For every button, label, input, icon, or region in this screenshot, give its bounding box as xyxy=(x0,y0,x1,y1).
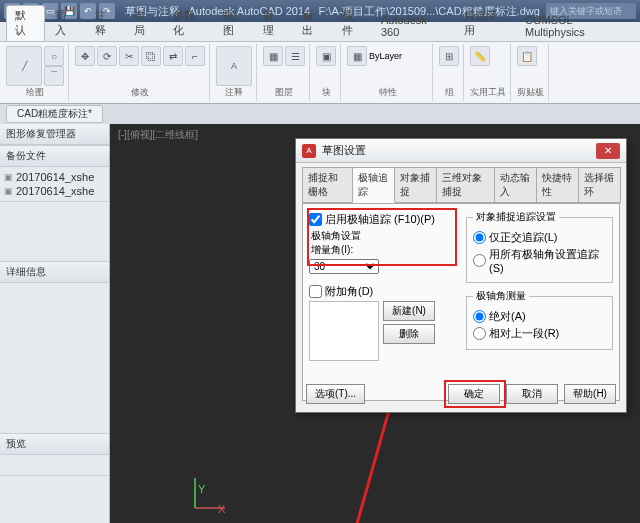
tab-snap[interactable]: 捕捉和栅格 xyxy=(302,167,353,203)
ribbon: ╱○⌒绘图 ✥⟳✂⿻⇄⌐修改 A注释 ▦☰图层 ▣块 ▦ByLayer特性 ⊞组… xyxy=(0,42,640,104)
group-props: 特性 xyxy=(347,86,428,99)
tab-output[interactable]: 输出 xyxy=(294,6,331,41)
group-modify: 修改 xyxy=(75,86,205,99)
file-tab-active[interactable]: CAD粗糙度标注* xyxy=(6,105,103,123)
additional-angles-checkbox[interactable]: 附加角(D) xyxy=(309,284,456,299)
autocad-icon: A xyxy=(302,144,316,158)
group-block: 块 xyxy=(316,86,336,99)
backup-file[interactable]: 20170614_xshe xyxy=(4,170,105,184)
options-button[interactable]: 选项(T)... xyxy=(306,384,365,404)
drafting-settings-dialog: A 草图设置 ✕ 捕捉和栅格 极轴追踪 对象捕捉 三维对象捕捉 动态输入 快捷特… xyxy=(295,138,627,413)
group-icon[interactable]: ⊞ xyxy=(439,46,459,66)
tab-3dosnap[interactable]: 三维对象捕捉 xyxy=(436,167,495,203)
panel-recovery: 图形修复管理器 xyxy=(0,124,109,145)
tab-osnap[interactable]: 对象捕捉 xyxy=(394,167,437,203)
tab-layout[interactable]: 布局 xyxy=(126,6,163,41)
circle-icon[interactable]: ○ xyxy=(44,46,64,66)
tab-default[interactable]: 默认 xyxy=(6,5,45,41)
dialog-tabs: 捕捉和栅格 极轴追踪 对象捕捉 三维对象捕捉 动态输入 快捷特性 选择循环 xyxy=(296,163,626,203)
group-util: 实用工具 xyxy=(470,86,506,99)
tab-comsol[interactable]: COMSOL Multiphysics xyxy=(517,12,640,41)
all-polar-radio[interactable]: 用所有极轴角设置追踪(S) xyxy=(473,247,606,274)
move-icon[interactable]: ✥ xyxy=(75,46,95,66)
text-button[interactable]: A xyxy=(216,46,252,86)
copy-icon[interactable]: ⿻ xyxy=(141,46,161,66)
group-clip: 剪贴板 xyxy=(517,86,544,99)
tab-selcycle[interactable]: 选择循环 xyxy=(578,167,621,203)
group-group: 组 xyxy=(439,86,459,99)
delete-angle-button[interactable]: 删除 xyxy=(383,324,435,344)
help-button[interactable]: 帮助(H) xyxy=(564,384,616,404)
tab-parametric[interactable]: 参数化 xyxy=(165,6,213,41)
tab-manage[interactable]: 管理 xyxy=(255,6,292,41)
file-tabs: CAD粗糙度标注* xyxy=(0,104,640,124)
group-layer: 图层 xyxy=(263,86,305,99)
tab-plugins[interactable]: 插件 xyxy=(334,6,371,41)
panel-preview: 预览 xyxy=(0,434,109,455)
tab-a360[interactable]: Autodesk 360 xyxy=(373,12,454,41)
tab-view[interactable]: 视图 xyxy=(215,6,252,41)
group-draw: 绘图 xyxy=(6,86,64,99)
tab-dyninput[interactable]: 动态输入 xyxy=(494,167,537,203)
paste-icon[interactable]: 📋 xyxy=(517,46,537,66)
tab-quickprops[interactable]: 快捷特性 xyxy=(536,167,579,203)
mirror-icon[interactable]: ⇄ xyxy=(163,46,183,66)
arc-icon[interactable]: ⌒ xyxy=(44,66,64,86)
tab-insert[interactable]: 插入 xyxy=(47,6,84,41)
close-icon[interactable]: ✕ xyxy=(596,143,620,159)
panel-backup: 备份文件 xyxy=(0,146,109,167)
absolute-radio[interactable]: 绝对(A) xyxy=(473,309,606,324)
ortho-only-radio[interactable]: 仅正交追踪(L) xyxy=(473,230,606,245)
tab-polar[interactable]: 极轴追踪 xyxy=(352,167,395,203)
viewport-label[interactable]: [-][俯视][二维线框] xyxy=(118,128,198,142)
new-angle-button[interactable]: 新建(N) xyxy=(383,301,435,321)
measure-group: 极轴角测量 xyxy=(473,289,529,303)
layer-state-icon[interactable]: ☰ xyxy=(285,46,305,66)
cancel-button[interactable]: 取消 xyxy=(506,384,558,404)
measure-icon[interactable]: 📏 xyxy=(470,46,490,66)
sidebar: 图形修复管理器 备份文件 20170614_xshe 20170614_xshe… xyxy=(0,124,110,523)
block-icon[interactable]: ▣ xyxy=(316,46,336,66)
trim-icon[interactable]: ✂ xyxy=(119,46,139,66)
osnap-track-group: 对象捕捉追踪设置 xyxy=(473,210,559,224)
tab-featured[interactable]: 精选应用 xyxy=(456,6,515,41)
backup-file[interactable]: 20170614_xshe xyxy=(4,184,105,198)
bylayer-combo[interactable]: ByLayer xyxy=(369,51,402,61)
dialog-title: 草图设置 xyxy=(322,143,590,158)
fillet-icon[interactable]: ⌐ xyxy=(185,46,205,66)
line-button[interactable]: ╱ xyxy=(6,46,42,86)
tab-annotate[interactable]: 注释 xyxy=(87,6,124,41)
layer-icon[interactable]: ▦ xyxy=(263,46,283,66)
color-icon[interactable]: ▦ xyxy=(347,46,367,66)
group-annotate: 注释 xyxy=(216,86,252,99)
rotate-icon[interactable]: ⟳ xyxy=(97,46,117,66)
ribbon-tabs: 默认 插入 注释 布局 参数化 视图 管理 输出 插件 Autodesk 360… xyxy=(0,22,640,42)
panel-details: 详细信息 xyxy=(0,262,109,283)
additional-angles-list[interactable] xyxy=(309,301,379,361)
relative-radio[interactable]: 相对上一段(R) xyxy=(473,326,606,341)
